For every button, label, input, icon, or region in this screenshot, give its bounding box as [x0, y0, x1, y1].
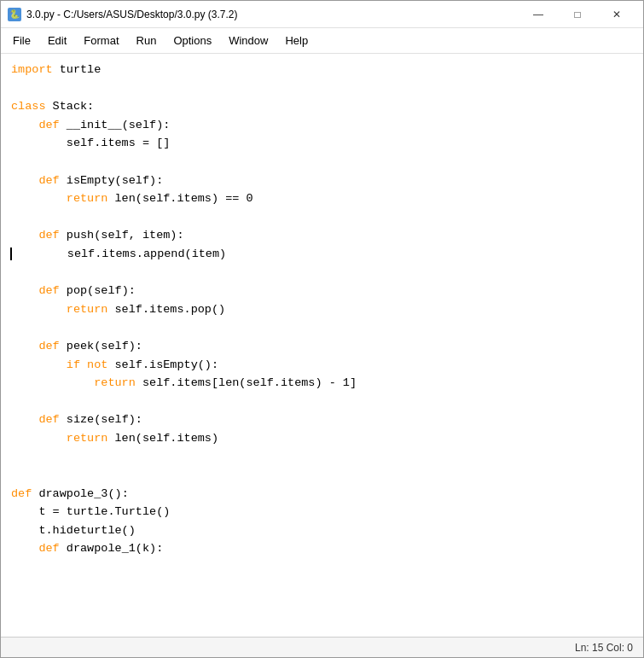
code-line-8: return len(self.items) == 0 [1, 189, 643, 208]
code-line-17: if not self.isEmpty(): [1, 356, 643, 375]
code-line-27: def drawpole_1(k): [1, 539, 643, 558]
code-line-15 [1, 318, 643, 337]
code-line-13: def pop(self): [1, 282, 643, 300]
menu-edit[interactable]: Edit [39, 31, 75, 50]
cursor-position: Ln: 15 Col: 0 [575, 642, 633, 654]
menu-format[interactable]: Format [75, 31, 127, 50]
code-line-21: return len(self.items) [1, 429, 643, 448]
status-bar: Ln: 15 Col: 0 [1, 637, 643, 657]
code-line-11: self.items.append(item) [1, 245, 643, 264]
editor-area: import turtle class Stack: def __init__(… [1, 54, 643, 637]
code-line-5: self.items = [] [1, 134, 643, 153]
window-controls: — □ ✕ [519, 1, 636, 28]
main-window: 🐍 3.0.py - C:/Users/ASUS/Desktop/3.0.py … [0, 0, 644, 658]
code-editor[interactable]: import turtle class Stack: def __init__(… [1, 54, 643, 637]
code-line-24: def drawpole_3(): [1, 485, 643, 504]
code-line-10: def push(self, item): [1, 226, 643, 245]
code-line-9 [1, 208, 643, 227]
code-line-23 [1, 466, 643, 485]
title-bar: 🐍 3.0.py - C:/Users/ASUS/Desktop/3.0.py … [1, 1, 643, 28]
code-line-6 [1, 153, 643, 172]
code-line-2 [1, 79, 643, 98]
menu-options[interactable]: Options [165, 31, 220, 50]
code-line-18: return self.items[len(self.items) - 1] [1, 374, 643, 393]
minimize-button[interactable]: — [519, 1, 558, 28]
code-line-19 [1, 393, 643, 411]
code-line-3: class Stack: [1, 97, 643, 116]
code-line-7: def isEmpty(self): [1, 172, 643, 190]
code-line-14: return self.items.pop() [1, 300, 643, 319]
close-button[interactable]: ✕ [597, 1, 636, 28]
menu-help[interactable]: Help [276, 31, 316, 50]
menu-bar: File Edit Format Run Options Window Help [1, 28, 643, 54]
window-title: 3.0.py - C:/Users/ASUS/Desktop/3.0.py (3… [26, 9, 519, 20]
menu-window[interactable]: Window [220, 31, 276, 50]
code-line-20: def size(self): [1, 411, 643, 429]
maximize-button[interactable]: □ [558, 1, 597, 28]
code-line-25: t = turtle.Turtle() [1, 503, 643, 521]
code-line-26: t.hideturtle() [1, 521, 643, 540]
menu-run[interactable]: Run [128, 31, 165, 50]
code-line-16: def peek(self): [1, 337, 643, 356]
app-icon: 🐍 [8, 8, 21, 21]
menu-file[interactable]: File [4, 31, 39, 50]
code-line-4: def __init__(self): [1, 116, 643, 135]
code-line-12 [1, 264, 643, 282]
code-line-1: import turtle [1, 61, 643, 79]
code-line-22 [1, 447, 643, 466]
